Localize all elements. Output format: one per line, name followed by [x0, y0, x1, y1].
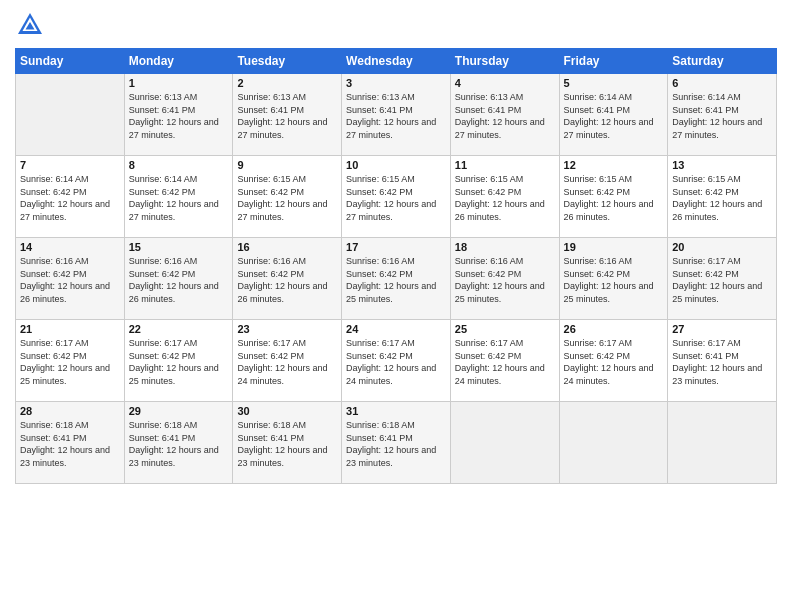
logo: [15, 10, 49, 40]
calendar-cell: 1Sunrise: 6:13 AMSunset: 6:41 PMDaylight…: [124, 74, 233, 156]
day-number: 22: [129, 323, 229, 335]
day-info: Sunrise: 6:16 AMSunset: 6:42 PMDaylight:…: [455, 255, 555, 305]
calendar-cell: [450, 402, 559, 484]
calendar-cell: 29Sunrise: 6:18 AMSunset: 6:41 PMDayligh…: [124, 402, 233, 484]
day-info: Sunrise: 6:14 AMSunset: 6:42 PMDaylight:…: [129, 173, 229, 223]
calendar-cell: 25Sunrise: 6:17 AMSunset: 6:42 PMDayligh…: [450, 320, 559, 402]
day-number: 28: [20, 405, 120, 417]
day-number: 20: [672, 241, 772, 253]
calendar-cell: 15Sunrise: 6:16 AMSunset: 6:42 PMDayligh…: [124, 238, 233, 320]
day-info: Sunrise: 6:15 AMSunset: 6:42 PMDaylight:…: [672, 173, 772, 223]
day-number: 26: [564, 323, 664, 335]
day-info: Sunrise: 6:17 AMSunset: 6:42 PMDaylight:…: [346, 337, 446, 387]
day-number: 9: [237, 159, 337, 171]
day-info: Sunrise: 6:13 AMSunset: 6:41 PMDaylight:…: [346, 91, 446, 141]
logo-icon: [15, 10, 45, 40]
day-number: 8: [129, 159, 229, 171]
calendar-day-header: Tuesday: [233, 49, 342, 74]
calendar-day-header: Friday: [559, 49, 668, 74]
calendar-cell: 17Sunrise: 6:16 AMSunset: 6:42 PMDayligh…: [342, 238, 451, 320]
calendar-cell: 9Sunrise: 6:15 AMSunset: 6:42 PMDaylight…: [233, 156, 342, 238]
day-number: 16: [237, 241, 337, 253]
day-number: 10: [346, 159, 446, 171]
calendar-cell: 19Sunrise: 6:16 AMSunset: 6:42 PMDayligh…: [559, 238, 668, 320]
header: [15, 10, 777, 40]
day-info: Sunrise: 6:13 AMSunset: 6:41 PMDaylight:…: [237, 91, 337, 141]
day-info: Sunrise: 6:14 AMSunset: 6:41 PMDaylight:…: [564, 91, 664, 141]
calendar-cell: 12Sunrise: 6:15 AMSunset: 6:42 PMDayligh…: [559, 156, 668, 238]
calendar-week-row: 28Sunrise: 6:18 AMSunset: 6:41 PMDayligh…: [16, 402, 777, 484]
day-info: Sunrise: 6:15 AMSunset: 6:42 PMDaylight:…: [237, 173, 337, 223]
day-info: Sunrise: 6:17 AMSunset: 6:42 PMDaylight:…: [564, 337, 664, 387]
day-info: Sunrise: 6:16 AMSunset: 6:42 PMDaylight:…: [237, 255, 337, 305]
day-info: Sunrise: 6:13 AMSunset: 6:41 PMDaylight:…: [129, 91, 229, 141]
calendar-cell: 28Sunrise: 6:18 AMSunset: 6:41 PMDayligh…: [16, 402, 125, 484]
day-info: Sunrise: 6:16 AMSunset: 6:42 PMDaylight:…: [129, 255, 229, 305]
calendar-cell: 26Sunrise: 6:17 AMSunset: 6:42 PMDayligh…: [559, 320, 668, 402]
day-info: Sunrise: 6:13 AMSunset: 6:41 PMDaylight:…: [455, 91, 555, 141]
day-info: Sunrise: 6:16 AMSunset: 6:42 PMDaylight:…: [20, 255, 120, 305]
calendar-cell: 30Sunrise: 6:18 AMSunset: 6:41 PMDayligh…: [233, 402, 342, 484]
calendar-cell: 20Sunrise: 6:17 AMSunset: 6:42 PMDayligh…: [668, 238, 777, 320]
day-info: Sunrise: 6:15 AMSunset: 6:42 PMDaylight:…: [564, 173, 664, 223]
day-number: 2: [237, 77, 337, 89]
day-number: 27: [672, 323, 772, 335]
calendar: SundayMondayTuesdayWednesdayThursdayFrid…: [15, 48, 777, 484]
day-info: Sunrise: 6:17 AMSunset: 6:42 PMDaylight:…: [20, 337, 120, 387]
day-number: 19: [564, 241, 664, 253]
day-number: 29: [129, 405, 229, 417]
calendar-cell: 22Sunrise: 6:17 AMSunset: 6:42 PMDayligh…: [124, 320, 233, 402]
day-number: 7: [20, 159, 120, 171]
day-number: 5: [564, 77, 664, 89]
calendar-week-row: 7Sunrise: 6:14 AMSunset: 6:42 PMDaylight…: [16, 156, 777, 238]
day-number: 24: [346, 323, 446, 335]
calendar-day-header: Sunday: [16, 49, 125, 74]
day-info: Sunrise: 6:17 AMSunset: 6:41 PMDaylight:…: [672, 337, 772, 387]
calendar-cell: 7Sunrise: 6:14 AMSunset: 6:42 PMDaylight…: [16, 156, 125, 238]
day-info: Sunrise: 6:17 AMSunset: 6:42 PMDaylight:…: [237, 337, 337, 387]
day-number: 21: [20, 323, 120, 335]
calendar-cell: 18Sunrise: 6:16 AMSunset: 6:42 PMDayligh…: [450, 238, 559, 320]
day-number: 30: [237, 405, 337, 417]
day-number: 4: [455, 77, 555, 89]
day-info: Sunrise: 6:16 AMSunset: 6:42 PMDaylight:…: [564, 255, 664, 305]
calendar-cell: [16, 74, 125, 156]
day-info: Sunrise: 6:17 AMSunset: 6:42 PMDaylight:…: [455, 337, 555, 387]
calendar-cell: 4Sunrise: 6:13 AMSunset: 6:41 PMDaylight…: [450, 74, 559, 156]
calendar-cell: 14Sunrise: 6:16 AMSunset: 6:42 PMDayligh…: [16, 238, 125, 320]
calendar-header-row: SundayMondayTuesdayWednesdayThursdayFrid…: [16, 49, 777, 74]
day-info: Sunrise: 6:17 AMSunset: 6:42 PMDaylight:…: [672, 255, 772, 305]
day-number: 1: [129, 77, 229, 89]
calendar-cell: 6Sunrise: 6:14 AMSunset: 6:41 PMDaylight…: [668, 74, 777, 156]
day-number: 3: [346, 77, 446, 89]
day-number: 23: [237, 323, 337, 335]
calendar-cell: 5Sunrise: 6:14 AMSunset: 6:41 PMDaylight…: [559, 74, 668, 156]
calendar-cell: 24Sunrise: 6:17 AMSunset: 6:42 PMDayligh…: [342, 320, 451, 402]
day-number: 25: [455, 323, 555, 335]
calendar-day-header: Thursday: [450, 49, 559, 74]
day-info: Sunrise: 6:15 AMSunset: 6:42 PMDaylight:…: [346, 173, 446, 223]
day-number: 15: [129, 241, 229, 253]
calendar-day-header: Wednesday: [342, 49, 451, 74]
calendar-cell: 16Sunrise: 6:16 AMSunset: 6:42 PMDayligh…: [233, 238, 342, 320]
day-info: Sunrise: 6:18 AMSunset: 6:41 PMDaylight:…: [237, 419, 337, 469]
day-info: Sunrise: 6:17 AMSunset: 6:42 PMDaylight:…: [129, 337, 229, 387]
calendar-cell: 2Sunrise: 6:13 AMSunset: 6:41 PMDaylight…: [233, 74, 342, 156]
day-number: 13: [672, 159, 772, 171]
day-info: Sunrise: 6:15 AMSunset: 6:42 PMDaylight:…: [455, 173, 555, 223]
day-number: 18: [455, 241, 555, 253]
day-info: Sunrise: 6:14 AMSunset: 6:42 PMDaylight:…: [20, 173, 120, 223]
day-info: Sunrise: 6:18 AMSunset: 6:41 PMDaylight:…: [20, 419, 120, 469]
calendar-day-header: Saturday: [668, 49, 777, 74]
calendar-cell: 23Sunrise: 6:17 AMSunset: 6:42 PMDayligh…: [233, 320, 342, 402]
day-info: Sunrise: 6:14 AMSunset: 6:41 PMDaylight:…: [672, 91, 772, 141]
day-number: 17: [346, 241, 446, 253]
day-info: Sunrise: 6:16 AMSunset: 6:42 PMDaylight:…: [346, 255, 446, 305]
page: SundayMondayTuesdayWednesdayThursdayFrid…: [0, 0, 792, 612]
calendar-cell: 13Sunrise: 6:15 AMSunset: 6:42 PMDayligh…: [668, 156, 777, 238]
day-number: 6: [672, 77, 772, 89]
calendar-cell: 31Sunrise: 6:18 AMSunset: 6:41 PMDayligh…: [342, 402, 451, 484]
calendar-cell: 8Sunrise: 6:14 AMSunset: 6:42 PMDaylight…: [124, 156, 233, 238]
calendar-week-row: 1Sunrise: 6:13 AMSunset: 6:41 PMDaylight…: [16, 74, 777, 156]
calendar-cell: [668, 402, 777, 484]
